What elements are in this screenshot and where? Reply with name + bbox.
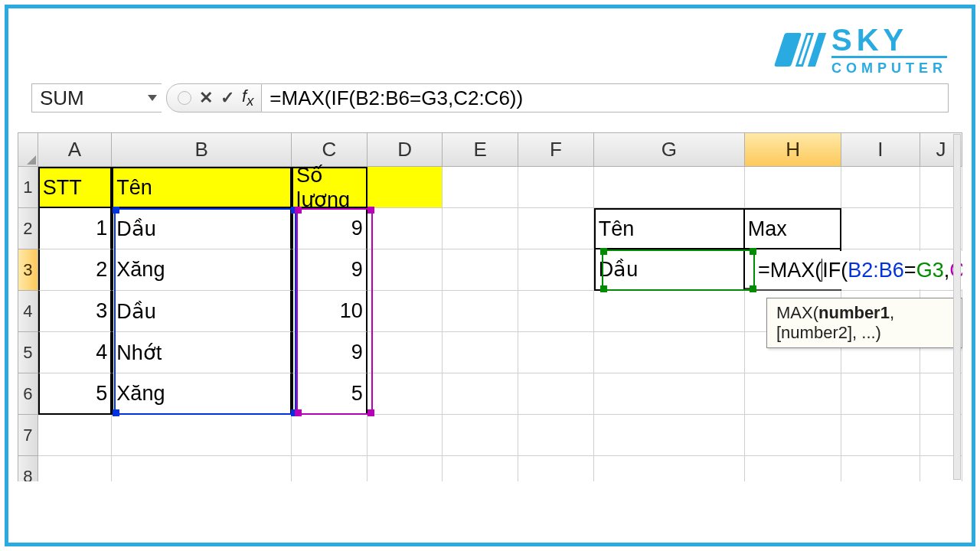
row-header-8[interactable]: 8 (18, 456, 38, 481)
cell-H1[interactable] (745, 167, 841, 208)
logo-text-main: SKY (831, 24, 947, 56)
cell-B6[interactable]: Xăng (112, 373, 292, 415)
cell-E3[interactable] (443, 249, 518, 291)
col-header-C[interactable]: C (292, 132, 368, 167)
cell-A8[interactable] (38, 456, 113, 481)
cell-F5[interactable] (518, 332, 594, 373)
cell-E5[interactable] (443, 332, 518, 373)
cell-I8[interactable] (841, 456, 920, 481)
cell-F4[interactable] (518, 291, 594, 332)
cell-G7[interactable] (594, 415, 745, 456)
select-all-corner[interactable] (18, 132, 38, 167)
fx-icon[interactable]: fx (242, 86, 253, 109)
cell-D6[interactable] (368, 373, 443, 415)
cell-C1[interactable]: Số lượng (292, 167, 368, 208)
col-header-A[interactable]: A (38, 132, 113, 167)
formula-bar-row: SUM ✕ ✓ fx =MAX(IF(B2:B6=G3,C2:C6)) (31, 82, 949, 114)
cell-B3[interactable]: Xăng (112, 249, 292, 291)
cell-F8[interactable] (518, 456, 594, 481)
col-header-B[interactable]: B (112, 132, 292, 167)
cell-G3[interactable]: Dầu (594, 249, 745, 291)
cell-F1[interactable] (518, 167, 594, 208)
cell-I1[interactable] (841, 167, 920, 208)
cell-B8[interactable] (112, 456, 292, 481)
cell-H6[interactable] (745, 373, 841, 415)
col-header-E[interactable]: E (443, 132, 518, 167)
formula-bar[interactable]: =MAX(IF(B2:B6=G3,C2:C6)) (262, 83, 949, 112)
cell-C7[interactable] (292, 415, 368, 456)
cell-A4[interactable]: 3 (38, 291, 113, 332)
col-header-F[interactable]: F (518, 132, 594, 167)
vertical-scrollbar[interactable] (953, 134, 961, 480)
cell-C4[interactable]: 10 (292, 291, 368, 332)
row-header-7[interactable]: 7 (18, 415, 38, 456)
cell-B5[interactable]: Nhớt (112, 332, 292, 373)
cell-G2[interactable]: Tên (594, 208, 745, 249)
cell-D5[interactable] (368, 332, 443, 373)
col-header-G[interactable]: G (594, 132, 745, 167)
cell-B4[interactable]: Dầu (112, 291, 292, 332)
cell-G4[interactable] (594, 291, 745, 332)
cell-A5[interactable]: 4 (38, 332, 113, 373)
cell-C5[interactable]: 9 (292, 332, 368, 373)
cell-A2[interactable]: 1 (38, 208, 113, 249)
cell-E1[interactable] (443, 167, 518, 208)
cell-H8[interactable] (745, 456, 841, 481)
row-header-2[interactable]: 2 (18, 208, 38, 249)
cell-A7[interactable] (38, 415, 113, 456)
cell-H7[interactable] (745, 415, 841, 456)
col-header-I[interactable]: I (841, 132, 920, 167)
cell-D4[interactable] (368, 291, 443, 332)
cell-F2[interactable] (518, 208, 594, 249)
row-header-3[interactable]: 3 (18, 249, 38, 291)
cell-D1[interactable] (368, 167, 443, 208)
cancel-icon[interactable]: ✕ (199, 88, 213, 108)
cell-E7[interactable] (443, 415, 518, 456)
cell-H2[interactable]: Max (745, 208, 841, 249)
cell-A1[interactable]: STT (38, 167, 113, 208)
column-headers: A B C D E F G H I J (18, 132, 962, 167)
cell-G5[interactable] (594, 332, 745, 373)
cell-E8[interactable] (443, 456, 518, 481)
cell-F7[interactable] (518, 415, 594, 456)
brand-logo: SKY COMPUTER (779, 24, 947, 76)
cell-C2[interactable]: 9 (292, 208, 368, 249)
cell-F6[interactable] (518, 373, 594, 415)
col-header-H[interactable]: H (745, 132, 841, 167)
cell-C6[interactable]: 5 (292, 373, 368, 415)
cell-D3[interactable] (368, 249, 443, 291)
formula-bar-text: =MAX(IF(B2:B6=G3,C2:C6)) (270, 86, 523, 110)
cell-A6[interactable]: 5 (38, 373, 113, 415)
cell-I6[interactable] (841, 373, 920, 415)
cell-D8[interactable] (368, 456, 443, 481)
col-header-D[interactable]: D (368, 132, 443, 167)
name-box[interactable]: SUM (31, 83, 162, 112)
row-header-1[interactable]: 1 (18, 167, 38, 208)
cell-I7[interactable] (841, 415, 920, 456)
cell-A3[interactable]: 2 (38, 249, 113, 291)
cell-E4[interactable] (443, 291, 518, 332)
row-header-6[interactable]: 6 (18, 373, 38, 415)
cell-G1[interactable] (594, 167, 745, 208)
cell-C8[interactable] (292, 456, 368, 481)
cell-G6[interactable] (594, 373, 745, 415)
name-box-value: SUM (40, 86, 84, 110)
cell-D7[interactable] (368, 415, 443, 456)
chevron-down-icon[interactable] (148, 95, 157, 101)
cell-C3[interactable]: 9 (292, 249, 368, 291)
cell-G8[interactable] (594, 456, 745, 481)
spreadsheet[interactable]: A B C D E F G H I J 1STTTênSố lượng21Dầu… (18, 132, 962, 481)
cell-D2[interactable] (368, 208, 443, 249)
row-header-4[interactable]: 4 (18, 291, 38, 332)
cell-E6[interactable] (443, 373, 518, 415)
cell-B1[interactable]: Tên (112, 167, 292, 208)
circle-icon[interactable] (178, 91, 191, 105)
cell-B7[interactable] (112, 415, 292, 456)
cell-H3-formula[interactable]: =MAX(IF(B2:B6=G3,C2:C6)) (756, 251, 962, 289)
cell-E2[interactable] (443, 208, 518, 249)
cell-B2[interactable]: Dầu (112, 208, 292, 249)
cell-F3[interactable] (518, 249, 594, 291)
row-header-5[interactable]: 5 (18, 332, 38, 373)
cell-I2[interactable] (841, 208, 920, 249)
accept-icon[interactable]: ✓ (220, 88, 234, 108)
